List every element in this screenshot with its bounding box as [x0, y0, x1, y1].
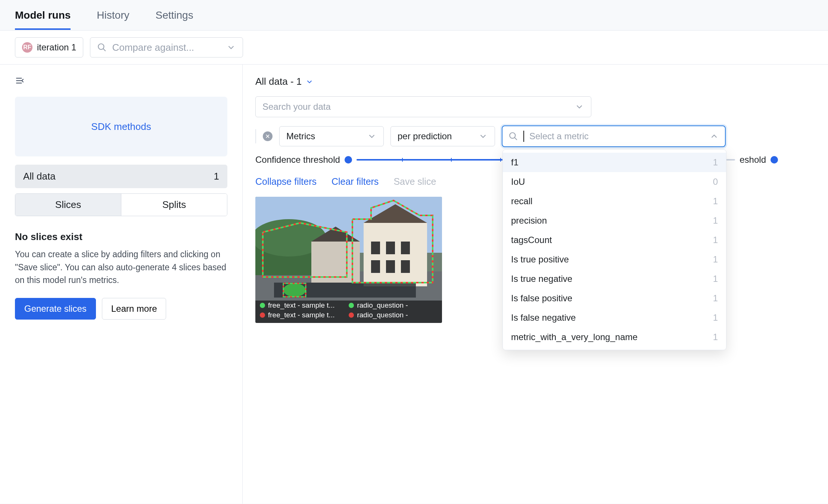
svg-point-24 [283, 283, 306, 297]
metric-option[interactable]: recall 1 [503, 192, 726, 211]
tab-settings[interactable]: Settings [155, 9, 193, 29]
main-panel: All data - 1 Search your data Metrics pe… [243, 65, 828, 504]
svg-rect-18 [386, 242, 395, 254]
iteration-avatar: RF [22, 42, 32, 53]
slider-handle-left[interactable] [345, 156, 352, 164]
chevron-up-icon [709, 131, 719, 141]
sub-bar: RF iteration 1 Compare against... [0, 31, 828, 65]
metric-option-name: Is true negative [511, 274, 572, 284]
generate-slices-button[interactable]: Generate slices [15, 298, 96, 320]
result-thumbnail[interactable]: free_text - sample t... radio_question -… [255, 197, 442, 323]
metric-option[interactable]: Is true positive 1 [503, 250, 726, 269]
sdk-methods-label: SDK methods [91, 121, 151, 133]
metric-option[interactable]: tagsCount 1 [503, 230, 726, 250]
threshold-label-left: Confidence threshold [255, 155, 340, 165]
compare-placeholder: Compare against... [112, 42, 221, 53]
metric-option[interactable]: Is false negative 1 [503, 308, 726, 327]
chevron-down-icon [305, 78, 314, 86]
iteration-chip[interactable]: RF iteration 1 [15, 37, 83, 57]
clear-filter-icon[interactable] [263, 131, 273, 141]
per-prediction-select[interactable]: per prediction [390, 126, 495, 146]
collapse-icon [15, 76, 25, 85]
collapse-panel-button[interactable] [15, 76, 227, 88]
iteration-label: iteration 1 [37, 42, 76, 53]
metric-option-name: f1 [511, 157, 519, 168]
metric-option-count: 1 [713, 332, 718, 342]
metric-option-count: 1 [713, 196, 718, 206]
metric-option[interactable]: IoU 0 [503, 172, 726, 192]
thumb-label: radio_question - [357, 311, 408, 319]
save-slice-link: Save slice [393, 176, 436, 187]
clear-filters-link[interactable]: Clear filters [331, 176, 379, 187]
status-dot-green [260, 303, 265, 308]
thumb-label: free_text - sample t... [268, 301, 334, 309]
breadcrumb[interactable]: All data - 1 [255, 76, 815, 87]
svg-line-8 [514, 137, 517, 140]
svg-rect-17 [371, 242, 380, 254]
metric-option-count: 1 [713, 254, 718, 265]
chevron-down-icon [226, 43, 236, 52]
metric-option[interactable]: precision 1 [503, 211, 726, 230]
metrics-label: Metrics [286, 131, 315, 141]
learn-more-button[interactable]: Learn more [102, 298, 166, 320]
metric-option-count: 1 [713, 293, 718, 304]
metric-option[interactable]: Is false positive 1 [503, 289, 726, 308]
tab-model-runs[interactable]: Model runs [15, 9, 71, 29]
no-slices-description: You can create a slice by adding filters… [15, 248, 227, 287]
slices-splits-segment: Slices Splits [15, 193, 227, 216]
slider-handle-right[interactable] [771, 156, 778, 164]
svg-line-1 [103, 49, 106, 51]
no-slices-heading: No slices exist [15, 231, 227, 243]
metric-option-count: 0 [713, 177, 718, 187]
chevron-down-icon [478, 131, 488, 141]
top-nav: Model runs History Settings [0, 0, 828, 31]
thumb-label: free_text - sample t... [268, 311, 334, 319]
chevron-down-icon [575, 102, 584, 112]
status-dot-red [349, 312, 354, 318]
per-prediction-label: per prediction [398, 131, 452, 141]
separator [255, 129, 256, 143]
all-data-count: 1 [214, 171, 219, 182]
status-dot-green [349, 303, 354, 308]
breadcrumb-label: All data - 1 [255, 76, 302, 87]
svg-rect-20 [371, 260, 380, 273]
tab-history[interactable]: History [97, 9, 129, 29]
search-icon [508, 131, 518, 141]
metric-option-name: precision [511, 215, 547, 226]
sdk-methods-card[interactable]: SDK methods [15, 97, 227, 156]
svg-point-7 [510, 133, 515, 138]
search-icon [97, 43, 107, 52]
metric-option-name: Is false positive [511, 293, 572, 304]
svg-point-0 [99, 44, 104, 49]
status-dot-red [260, 312, 265, 318]
metric-option-count: 1 [713, 215, 718, 226]
metric-option-name: Is true positive [511, 254, 569, 265]
metric-option-name: metric_with_a_very_long_name [511, 332, 638, 342]
slice-actions: Generate slices Learn more [15, 298, 227, 320]
metric-dropdown: f1 1 IoU 0 recall 1 precision 1 [502, 149, 726, 350]
svg-rect-19 [401, 242, 410, 254]
metric-option[interactable]: Is true negative 1 [503, 269, 726, 289]
select-metric-combobox[interactable]: Select a metric f1 1 IoU 0 recall 1 [502, 125, 726, 147]
search-data-input[interactable]: Search your data [255, 96, 591, 117]
filter-row: Metrics per prediction Select a metric f… [255, 125, 815, 147]
segment-slices[interactable]: Slices [15, 194, 121, 216]
metric-option[interactable]: metric_with_a_very_long_name 1 [503, 327, 726, 347]
segment-splits[interactable]: Splits [121, 194, 227, 216]
metrics-select[interactable]: Metrics [279, 126, 384, 146]
left-panel: SDK methods All data 1 Slices Splits No … [0, 65, 243, 504]
metric-option[interactable]: f1 1 [503, 153, 726, 172]
x-icon [265, 134, 270, 139]
svg-rect-15 [364, 223, 427, 286]
thumbnail-labels: free_text - sample t... radio_question -… [260, 300, 438, 319]
search-placeholder: Search your data [262, 102, 331, 112]
collapse-filters-link[interactable]: Collapse filters [255, 176, 317, 187]
all-data-label: All data [23, 171, 56, 182]
svg-rect-22 [401, 260, 410, 273]
all-data-row[interactable]: All data 1 [15, 165, 227, 188]
compare-against-select[interactable]: Compare against... [90, 37, 243, 57]
metric-option-name: recall [511, 196, 532, 206]
metric-option-count: 1 [713, 274, 718, 284]
metric-option-count: 1 [713, 312, 718, 323]
text-cursor [523, 131, 524, 142]
